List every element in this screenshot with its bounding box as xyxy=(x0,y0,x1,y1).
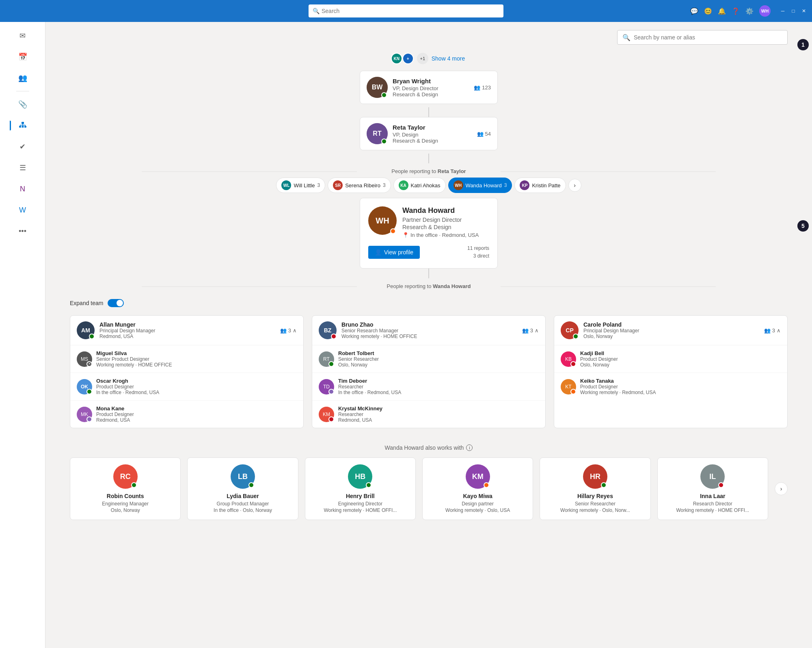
tab-kristin-patte[interactable]: KP Kristin Patte xyxy=(514,178,566,193)
sidebar-item-calendar[interactable]: 📅 xyxy=(13,47,32,67)
help-icon[interactable]: ❓ xyxy=(732,7,740,15)
app-body: ✉ 📅 👥 📎 ✔ ☰ N W ••• 1 xyxy=(0,22,812,648)
sidebar-item-office[interactable]: W xyxy=(13,200,32,220)
reporting-to-reta-label: People reporting to Reta Taylor xyxy=(70,168,788,174)
inna-status xyxy=(718,482,724,488)
expand-team-label: Expand team xyxy=(70,300,104,306)
katri-tab-name: Katri Ahokas xyxy=(411,182,441,189)
team-member-mona[interactable]: MK Mona Kane Product Designer Redmond, U… xyxy=(70,401,303,428)
sidebar-item-org[interactable] xyxy=(13,116,32,135)
wanda-title: Partner Design Director xyxy=(402,217,489,223)
works-with-inna[interactable]: IL Inna Laar Research Director Working r… xyxy=(657,457,768,520)
tab-will-little[interactable]: WL Will Little 3 xyxy=(276,178,325,193)
wanda-tab-name: Wanda Howard xyxy=(466,182,502,189)
bryan-wright-count: 👥 123 xyxy=(474,85,491,91)
bell-icon[interactable]: 🔔 xyxy=(718,7,726,15)
allan-status xyxy=(89,334,95,339)
reta-taylor-title: VP, Design xyxy=(393,132,472,138)
will-little-tab-count: 3 xyxy=(317,182,320,188)
keiko-status xyxy=(570,389,576,394)
works-with-grid: RC Robin Counts Engineering Manager Oslo… xyxy=(70,457,788,520)
expand-icon-am[interactable]: ∧ xyxy=(293,327,297,334)
tab-katri-ahokas[interactable]: KA Katri Ahokas xyxy=(393,178,446,193)
tim-info: Tim Deboer Researcher In the office · Re… xyxy=(338,378,539,395)
sidebar-item-mail[interactable]: ✉ xyxy=(13,26,32,46)
peer-tabs-next-button[interactable]: › xyxy=(568,179,581,192)
avatar-extra: + xyxy=(402,53,414,64)
kayo-name: Kayo Miwa xyxy=(463,493,492,499)
minimize-button[interactable]: ─ xyxy=(780,8,786,14)
expand-icon-bz[interactable]: ∧ xyxy=(535,327,539,334)
team-member-krystal[interactable]: KM Krystal McKinney Researcher Redmond, … xyxy=(312,401,545,428)
team-member-keiko[interactable]: KT Keiko Tanaka Product Designer Working… xyxy=(554,373,787,400)
top-search-bar[interactable]: 🔍 xyxy=(617,30,788,45)
title-bar-search-input[interactable] xyxy=(309,4,503,17)
works-with-henry[interactable]: HB Henry Brill Engineering Director Work… xyxy=(305,457,416,520)
robin-location: Oslo, Norway xyxy=(111,507,140,513)
sidebar-divider-1 xyxy=(16,91,29,91)
team-member-robert[interactable]: RT Robert Tolbert Senior Researcher Oslo… xyxy=(312,345,545,373)
info-icon[interactable]: i xyxy=(466,444,473,451)
team-col-0-header[interactable]: AM Allan Munger Principal Design Manager… xyxy=(70,316,303,345)
maximize-button[interactable]: □ xyxy=(790,8,797,14)
henry-status xyxy=(366,482,371,488)
kadji-status xyxy=(570,361,576,367)
profile-icon: 👤 xyxy=(375,249,382,256)
team-member-miguel[interactable]: MS ✕ Miguel Silva Senior Product Designe… xyxy=(70,345,303,373)
team-member-tim[interactable]: TD Tim Deboer Researcher In the office ·… xyxy=(312,373,545,401)
title-search-icon: 🔍 xyxy=(313,8,320,14)
search-input[interactable] xyxy=(634,34,782,41)
view-profile-button[interactable]: 👤 View profile xyxy=(368,246,420,259)
bryan-wright-card[interactable]: BW Bryan Wright VP, Design Director Rese… xyxy=(360,71,498,104)
team-col-2-header[interactable]: CP Carole Poland Principal Design Manage… xyxy=(554,316,787,345)
people-icon-am: 👥 xyxy=(280,327,287,334)
bruno-status xyxy=(331,334,337,339)
location-icon: 📍 xyxy=(402,232,409,238)
svg-rect-2 xyxy=(22,126,24,128)
hillary-location: Working remotely · Oslo, Norw... xyxy=(560,507,630,513)
reta-taylor-card[interactable]: RT Reta Taylor VP, Design Research & Des… xyxy=(360,117,498,150)
sidebar-item-check[interactable]: ✔ xyxy=(13,137,32,156)
henry-name: Henry Brill xyxy=(346,493,375,499)
show-more-link[interactable]: Show 4 more xyxy=(432,55,465,62)
team-member-oscar[interactable]: OK Oscar Krogh Product Designer In the o… xyxy=(70,373,303,401)
sidebar-item-list[interactable]: ☰ xyxy=(13,158,32,178)
user-avatar[interactable]: WH xyxy=(759,5,771,17)
sidebar-item-more[interactable]: ••• xyxy=(13,221,32,241)
oscar-info: Oscar Krogh Product Designer In the offi… xyxy=(96,378,297,395)
main-content: 1 2 3 4 5 6 7 🔍 KN + +1 Show 4 more xyxy=(45,22,812,648)
reta-taylor-avatar: RT xyxy=(367,123,388,144)
miguel-avatar: MS ✕ xyxy=(77,351,92,367)
expand-icon-cp[interactable]: ∧ xyxy=(777,327,781,334)
top-search-area: 🔍 xyxy=(70,30,788,45)
works-with-robin[interactable]: RC Robin Counts Engineering Manager Oslo… xyxy=(70,457,181,520)
chat-icon[interactable]: 💬 xyxy=(690,7,698,15)
tab-serena-ribeiro[interactable]: SR Serena Ribeiro 3 xyxy=(328,178,391,193)
wanda-dept: Research & Design xyxy=(402,224,489,230)
team-col-0: AM Allan Munger Principal Design Manager… xyxy=(70,315,304,428)
annotation-1: 1 xyxy=(797,39,809,50)
works-with-hillary[interactable]: HR Hillary Reyes Senior Researcher Worki… xyxy=(540,457,650,520)
bruno-zhao-avatar: BZ xyxy=(319,321,337,339)
wanda-tab-count: 3 xyxy=(504,182,507,188)
henry-title: Engineering Director xyxy=(338,501,382,507)
bryan-wright-title: VP, Design Director xyxy=(393,85,469,91)
works-with-next-button[interactable]: › xyxy=(775,482,788,495)
team-col-1-header[interactable]: BZ Bruno Zhao Senior Research Manager Wo… xyxy=(312,316,545,345)
works-with-kayo[interactable]: KM Kayo Miwa Design partner Working remo… xyxy=(422,457,533,520)
sidebar-item-people[interactable]: 👥 xyxy=(13,68,32,88)
krystal-info: Krystal McKinney Researcher Redmond, USA xyxy=(338,405,539,423)
team-member-kadji[interactable]: KB Kadji Bell Product Designer Oslo, Nor… xyxy=(554,345,787,373)
close-button[interactable]: ✕ xyxy=(801,8,807,14)
expand-team-toggle[interactable] xyxy=(108,299,124,307)
sidebar-item-attach[interactable]: 📎 xyxy=(13,95,32,114)
henry-location: Working remotely · HOME OFFI... xyxy=(324,507,397,513)
bryan-wright-dept: Research & Design xyxy=(393,91,469,98)
settings-icon[interactable]: ⚙️ xyxy=(745,7,754,15)
tab-wanda-howard[interactable]: WH Wanda Howard 3 xyxy=(448,178,512,193)
works-with-lydia[interactable]: LB Lydia Bauer Group Product Manager In … xyxy=(187,457,298,520)
wanda-avatar: WH xyxy=(368,206,397,235)
carole-poland-count: 👥 3 ∧ xyxy=(764,327,781,334)
activity-icon[interactable]: 😊 xyxy=(704,7,712,15)
sidebar-item-onenote[interactable]: N xyxy=(13,179,32,199)
